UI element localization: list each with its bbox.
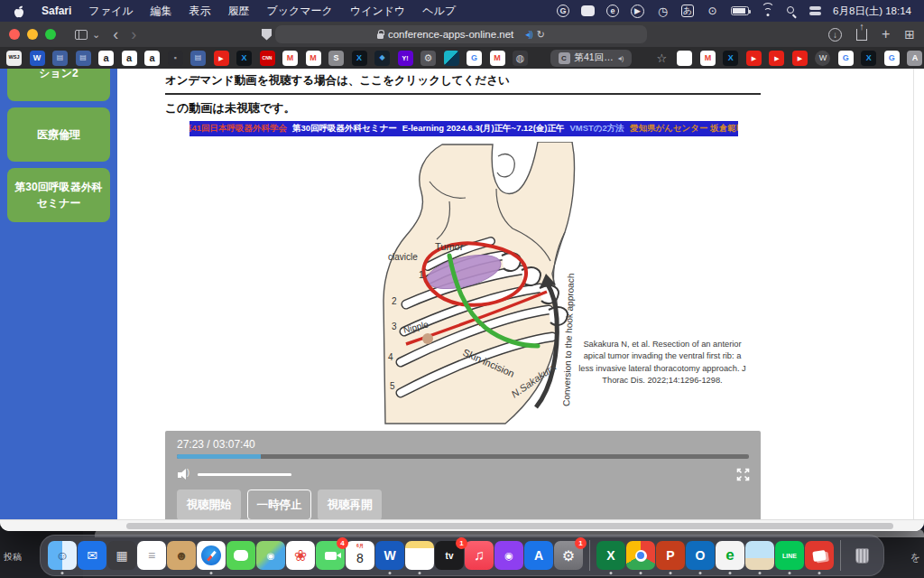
dock-facetime[interactable]: 4 [316,541,345,570]
sidebar-item-panel-discussion-2[interactable]: パネルディスカッション2 [7,69,110,101]
downloads-icon[interactable]: ↓ [828,28,842,42]
bookmark-youtube-3[interactable]: ▶ [769,51,784,66]
dock-preview[interactable] [745,541,774,570]
menu-view[interactable]: 表示 [189,4,210,19]
bookmark-teal-split[interactable] [444,51,459,66]
reload-icon[interactable]: ↻ [537,29,545,41]
tab-overview-icon[interactable]: ⊞ [904,28,915,41]
dock-photo-cards-app[interactable] [805,541,834,570]
dock-calendar[interactable]: 6月8 [346,541,374,570]
menu-history[interactable]: 履歴 [227,4,249,19]
menu-edit[interactable]: 編集 [150,4,171,19]
bookmark-cnn[interactable]: CNN [260,51,275,66]
bookmark-yahoo[interactable]: Y! [398,51,413,66]
dock-mail[interactable]: ✉ [78,541,106,570]
bookmark-x-4[interactable]: X [861,51,876,66]
seek-bar[interactable] [177,454,749,459]
bookmark-s-gray[interactable]: S [328,51,344,66]
bookmark-amazon-1[interactable]: a [98,51,114,66]
bookmark-gov-2[interactable]: ▤ [76,51,91,66]
bookmark-youtube-4[interactable]: ▶ [792,51,808,66]
forward-button[interactable]: › [131,26,136,42]
share-icon[interactable] [856,29,867,41]
line-icon[interactable] [581,5,595,16]
new-tab-icon[interactable]: + [882,27,890,42]
sidebar-item-medical-ethics[interactable]: 医療倫理 [7,107,110,162]
recents-icon[interactable]: ◷ [656,5,670,18]
ondemand-link[interactable]: オンデマンド動画を視聴する場合は、ここをクリックしてください [165,73,761,95]
update-status-icon[interactable]: ⊙ [706,5,719,18]
dock-settings[interactable]: 1⚙ [554,541,583,570]
evernote-icon[interactable]: e [606,5,619,17]
control-center-icon[interactable] [809,6,821,15]
address-bar[interactable]: conference-apps-online.net ◂)) ↻ [275,25,647,43]
dock-excel[interactable]: X [596,541,625,570]
apple-menu[interactable] [13,5,24,18]
bookmark-youtube-2[interactable]: ▶ [746,51,762,66]
menu-help[interactable]: ヘルプ [422,4,456,19]
bookmark-amazon-2[interactable]: a [122,51,137,66]
tab-audio-icon[interactable]: ◂) [618,54,624,62]
dock-launchpad[interactable]: ▦ [107,541,136,570]
dock-safari[interactable] [197,541,226,570]
dock-chrome[interactable] [626,541,655,570]
bookmark-gmail-2[interactable]: M [306,51,321,66]
bookmark-gear[interactable]: ⚙ [420,51,436,66]
pause-button[interactable]: 一時停止 [247,489,311,519]
bookmark-x-1[interactable]: X [236,51,252,66]
dock-photos[interactable]: ❀ [286,541,315,570]
bookmark-google-3[interactable]: G [884,51,900,66]
bookmark-gmail-4[interactable]: M [700,51,716,66]
bookmark-w-blue[interactable]: W [30,51,45,66]
menu-file[interactable]: ファイル [88,4,133,19]
bookmark-dark[interactable]: ▪ [168,51,183,66]
bookmark-gmail-3[interactable]: M [490,51,505,66]
bookmark-globe[interactable]: ◍ [513,51,528,66]
dock-appstore[interactable]: A [524,541,553,570]
dock-messages[interactable] [226,541,255,570]
dock-trash[interactable] [847,541,876,570]
menu-bookmarks[interactable]: ブックマーク [266,4,332,19]
volume-icon[interactable]: ) [178,469,194,480]
bookmark-x-3[interactable]: X [723,51,738,66]
bookmark-wsj[interactable]: WSJ [6,51,22,66]
fullscreen-icon[interactable] [735,467,750,481]
battery-icon[interactable] [731,6,749,15]
play-status-icon[interactable]: ▶ [631,5,644,18]
dock-reminders[interactable]: ≡ [137,541,166,570]
bookmark-youtube-1[interactable]: ▶ [214,51,229,66]
bookmark-star[interactable]: ☆ [654,51,670,66]
bookmark-a-gray[interactable]: A [907,51,922,66]
menu-clock[interactable]: 6月8日(土) 18:14 [833,5,911,18]
dock-line[interactable]: LINE [775,541,804,570]
grammarly-icon[interactable]: G [557,5,569,17]
dock-contacts[interactable]: ☻ [167,541,196,570]
menu-window[interactable]: ウインドウ [350,4,405,19]
dock-maps[interactable]: ◉ [256,541,285,570]
close-window-button[interactable] [9,29,20,40]
bookmark-google-1[interactable]: G [467,51,482,66]
dock-word[interactable]: W [375,541,404,570]
dock-finder[interactable]: ☺ [48,541,77,570]
dock-outlook[interactable]: O [686,541,715,570]
bookmark-gov-3[interactable]: ▤ [190,51,206,66]
sidebar-chevron-icon[interactable]: ⌄ [92,30,100,40]
spotlight-icon[interactable] [786,5,798,17]
volume-slider[interactable] [198,473,291,476]
minimize-window-button[interactable] [27,29,38,40]
zoom-window-button[interactable] [45,29,56,40]
bookmark-white[interactable] [677,51,692,66]
wifi-icon[interactable] [761,6,774,16]
bookmark-gov-1[interactable]: ▤ [52,51,68,66]
privacy-shield-icon[interactable] [262,29,272,41]
dock-appletv[interactable]: 1tv [435,541,464,570]
menu-safari[interactable]: Safari [42,5,71,17]
dock-notes[interactable] [405,541,434,570]
bookmark-x-2[interactable]: X [352,51,367,66]
bookmark-wordpress[interactable]: W [815,51,830,66]
bookmark-droplet[interactable]: ◆ [374,51,390,66]
dock-evernote[interactable]: e [716,541,744,570]
active-tab[interactable]: C 第41回… ◂) [550,50,633,67]
bookmark-gmail-1[interactable]: M [282,51,298,66]
resume-viewing-button[interactable]: 視聴再開 [318,489,382,519]
